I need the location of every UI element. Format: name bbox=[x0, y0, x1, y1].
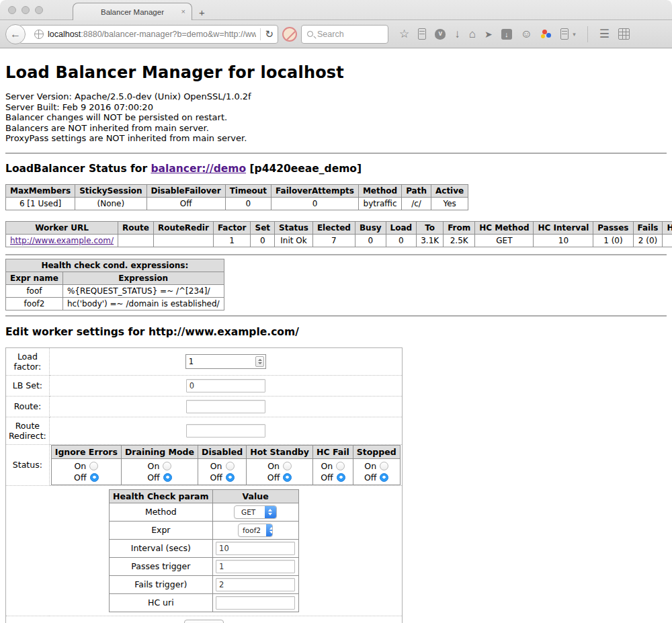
hc-expr-select[interactable]: foof2 bbox=[238, 524, 273, 537]
hot-standby-off-radio[interactable] bbox=[283, 473, 292, 482]
page-content: Load Balancer Manager for localhost Serv… bbox=[0, 63, 672, 623]
route-input[interactable] bbox=[186, 400, 265, 413]
hc-uri-label: HC uri bbox=[110, 593, 213, 612]
loadbalancer-status-heading: LoadBalancer Status for balancer://demo … bbox=[5, 163, 667, 175]
divider bbox=[5, 315, 667, 317]
bookmark-star-icon[interactable]: ☆ bbox=[399, 28, 409, 40]
pocket-icon[interactable]: v bbox=[435, 29, 446, 40]
expr-table-title: Health check cond. expressions: bbox=[6, 259, 224, 272]
status-disabled-cell: On Off bbox=[198, 458, 247, 485]
tab-balancer-manager[interactable]: Balancer Manager × bbox=[73, 3, 192, 20]
close-window-button[interactable] bbox=[8, 6, 16, 14]
table-row: foof2 hc('body') =~ /domain is establish… bbox=[6, 297, 224, 310]
status-ignore-errors-cell: On Off bbox=[51, 458, 121, 485]
number-stepper-icon[interactable] bbox=[255, 356, 264, 367]
load-factor-label: Load factor: bbox=[6, 347, 50, 375]
hc-method-select[interactable]: GET bbox=[234, 505, 277, 519]
tab-title: Balancer Manager bbox=[101, 8, 164, 16]
status-draining-mode-cell: On Off bbox=[121, 458, 198, 485]
inherit-note-line: Balancers are NOT inherited from main se… bbox=[5, 123, 667, 134]
hc-passes-label: Passes trigger bbox=[110, 557, 213, 575]
worker-url-link[interactable]: http://www.example.com/ bbox=[10, 236, 114, 245]
table-row: foof %{REQUEST_STATUS} =~ /^[234]/ bbox=[6, 284, 224, 297]
downloads-icon[interactable]: ↓ bbox=[454, 28, 460, 40]
divider bbox=[5, 153, 667, 154]
page-title: Load Balancer Manager for localhost bbox=[5, 63, 667, 82]
toolbar-separator bbox=[587, 26, 588, 42]
feedback-smiley-icon[interactable]: ☺ bbox=[521, 28, 532, 40]
stopped-off-radio[interactable] bbox=[380, 473, 388, 482]
hc-uri-input[interactable] bbox=[216, 596, 295, 610]
hc-fail-on-radio[interactable] bbox=[336, 462, 345, 470]
hot-standby-on-radio[interactable] bbox=[283, 462, 292, 470]
health-check-param-table: Health Check param Value Method GET bbox=[109, 489, 299, 612]
table-row: 6 [1 Used] (None) Off 0 0 bytraffic /c/ … bbox=[6, 197, 468, 210]
draining-mode-off-radio[interactable] bbox=[163, 473, 172, 482]
zoom-window-button[interactable] bbox=[35, 6, 43, 14]
back-button[interactable]: ← bbox=[5, 24, 26, 44]
hc-fails-label: Fails trigger) bbox=[110, 575, 213, 593]
hc-interval-label: Interval (secs) bbox=[110, 539, 213, 557]
stopped-on-radio[interactable] bbox=[380, 462, 388, 470]
content-blocker-icon[interactable] bbox=[282, 27, 297, 42]
route-label: Route: bbox=[6, 396, 50, 417]
search-icon bbox=[307, 31, 313, 37]
tab-groups-icon[interactable] bbox=[618, 28, 630, 40]
server-version-line: Server Version: Apache/2.5.0-dev (Unix) … bbox=[5, 91, 667, 102]
overflow-caret-icon[interactable]: ▾ bbox=[573, 31, 576, 38]
ignore-errors-off-radio[interactable] bbox=[90, 473, 99, 482]
browser-window: Balancer Manager × + ← localhost:8880/ba… bbox=[0, 0, 672, 623]
status-hot-standby-cell: On Off bbox=[247, 458, 313, 485]
minimize-window-button[interactable] bbox=[22, 6, 30, 14]
hc-fails-input[interactable] bbox=[216, 578, 295, 591]
hc-passes-input[interactable] bbox=[216, 560, 295, 573]
search-input[interactable] bbox=[317, 30, 378, 39]
new-tab-button[interactable]: + bbox=[199, 7, 205, 18]
menu-icon[interactable]: ☰ bbox=[599, 28, 610, 40]
reading-list-icon[interactable] bbox=[418, 28, 426, 40]
url-path: :8880/balancer-manager?b=demo&w=http://w… bbox=[81, 30, 256, 39]
load-factor-field[interactable] bbox=[185, 354, 266, 369]
clipboard-extension-icon[interactable] bbox=[560, 28, 569, 40]
reload-icon[interactable]: ↻ bbox=[265, 28, 274, 40]
route-redirect-input[interactable] bbox=[186, 424, 265, 438]
lb-set-label: LB Set: bbox=[6, 375, 50, 396]
hc-interval-input[interactable] bbox=[216, 542, 295, 555]
persist-note-line: Balancer changes will NOT be persisted o… bbox=[5, 112, 667, 123]
health-check-expressions-table: Health check cond. expressions: Expr nam… bbox=[5, 259, 224, 310]
extension-dots-icon[interactable] bbox=[541, 29, 552, 40]
share-icon[interactable]: ➤ bbox=[485, 30, 493, 39]
submit-button[interactable]: Submit bbox=[184, 620, 224, 623]
tab-close-icon[interactable]: × bbox=[181, 7, 185, 15]
draining-mode-on-radio[interactable] bbox=[163, 462, 171, 470]
hc-fail-off-radio[interactable] bbox=[337, 473, 345, 482]
hc-method-label: Method bbox=[110, 503, 213, 521]
server-built-line: Server Built: Feb 9 2016 07:00:20 bbox=[5, 102, 667, 113]
lb-set-input[interactable] bbox=[186, 379, 265, 392]
status-label: Status: bbox=[6, 444, 50, 485]
navigation-toolbar: ← localhost:8880/balancer-manager?b=demo… bbox=[0, 20, 672, 48]
url-host: localhost bbox=[48, 30, 81, 39]
route-redirect-label: Route Redirect: bbox=[6, 417, 50, 444]
ignore-errors-on-radio[interactable] bbox=[89, 462, 98, 470]
select-stepper-icon bbox=[265, 506, 276, 518]
url-text[interactable]: localhost:8880/balancer-manager?b=demo&w… bbox=[48, 30, 256, 39]
edit-worker-heading: Edit worker settings for http://www.exam… bbox=[5, 326, 667, 338]
server-info: Server Version: Apache/2.5.0-dev (Unix) … bbox=[5, 91, 667, 144]
balancer-status-table: MaxMembers StickySession DisableFailover… bbox=[5, 184, 468, 210]
window-controls bbox=[8, 6, 43, 14]
site-identity-globe-icon[interactable] bbox=[34, 30, 44, 39]
balancer-demo-link[interactable]: balancer://demo bbox=[151, 163, 246, 175]
disabled-on-radio[interactable] bbox=[226, 462, 235, 470]
url-bar[interactable]: localhost:8880/balancer-manager?b=demo&w… bbox=[19, 25, 278, 44]
hc-expr-label: Expr bbox=[110, 521, 213, 539]
search-box[interactable] bbox=[301, 25, 388, 44]
edit-worker-form: Load factor: LB Set: Route: Route Redire… bbox=[5, 347, 403, 623]
home-icon[interactable]: ⌂ bbox=[469, 28, 476, 40]
load-factor-input[interactable] bbox=[186, 357, 255, 366]
status-table: Ignore Errors Draining Mode Disabled Hot… bbox=[51, 445, 401, 485]
disabled-off-radio[interactable] bbox=[226, 473, 235, 482]
save-page-icon[interactable]: ↓ bbox=[501, 29, 512, 40]
worker-table: Worker URL Route RouteRedir Factor Set S… bbox=[5, 221, 672, 247]
proxypass-note-line: ProxyPass settings are NOT inherited fro… bbox=[5, 133, 667, 144]
